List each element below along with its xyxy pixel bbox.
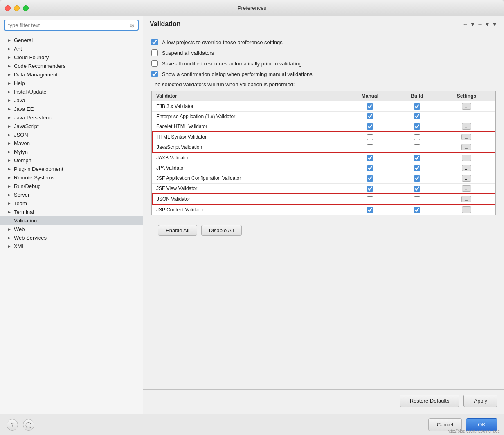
menu-button[interactable]: ▼: [492, 21, 497, 27]
suspend-validators-checkbox[interactable]: [151, 49, 158, 56]
build-checkbox[interactable]: [414, 165, 420, 171]
table-row-html-syntax: HTML Syntax Validator ...: [152, 132, 495, 142]
manual-checkbox[interactable]: [367, 155, 373, 161]
settings-button[interactable]: ...: [462, 206, 471, 213]
build-cell: [396, 152, 438, 163]
sidebar-item-label: Help: [14, 80, 25, 86]
sidebar-item-label: General: [14, 37, 33, 43]
settings-button[interactable]: ...: [462, 185, 471, 192]
manual-checkbox[interactable]: [367, 175, 373, 182]
sidebar-item-install-update[interactable]: ► Install/Update: [0, 87, 143, 96]
validator-name: JPA Validator: [152, 163, 344, 173]
close-button[interactable]: [5, 5, 11, 11]
build-checkbox[interactable]: [414, 103, 420, 110]
sidebar-item-data-management[interactable]: ► Data Management: [0, 70, 143, 79]
sidebar-item-team[interactable]: ► Team: [0, 199, 143, 208]
manual-checkbox[interactable]: [367, 113, 373, 119]
build-checkbox[interactable]: [414, 196, 420, 202]
settings-button[interactable]: ...: [462, 103, 471, 110]
show-confirmation-label: Show a confirmation dialog when performi…: [162, 71, 313, 77]
manual-checkbox[interactable]: [367, 196, 373, 202]
sidebar-item-javascript[interactable]: ► JavaScript: [0, 122, 143, 130]
build-checkbox[interactable]: [414, 144, 420, 150]
sidebar-item-help[interactable]: ► Help: [0, 79, 143, 87]
manual-cell: [344, 173, 396, 184]
table-row: JAXB Validator ...: [152, 152, 495, 163]
validator-name: JAXB Validator: [152, 152, 344, 163]
sidebar-item-ant[interactable]: ► Ant: [0, 45, 143, 53]
forward-button[interactable]: → ▼: [477, 21, 490, 27]
arrow-icon: ►: [7, 209, 12, 215]
arrow-icon: ►: [7, 201, 12, 206]
manual-cell: [344, 204, 396, 215]
info-button[interactable]: ◯: [23, 419, 34, 431]
sidebar-item-label: Java Persistence: [14, 114, 54, 121]
apply-button[interactable]: Apply: [464, 395, 497, 407]
show-confirmation-checkbox[interactable]: [151, 71, 158, 77]
sidebar-item-web[interactable]: ► Web: [0, 225, 143, 233]
tree-nav: ► General ► Ant ► Cloud Foundry ► Code R…: [0, 34, 143, 414]
build-checkbox[interactable]: [414, 155, 420, 161]
help-button[interactable]: ?: [7, 419, 18, 431]
save-resources-checkbox[interactable]: [151, 60, 158, 67]
sidebar-item-code-recommenders[interactable]: ► Code Recommenders: [0, 62, 143, 70]
sidebar-item-java-ee[interactable]: ► Java EE: [0, 105, 143, 113]
manual-cell: [344, 112, 396, 121]
manual-cell: [344, 184, 396, 194]
settings-button[interactable]: ...: [461, 196, 471, 202]
sidebar-item-terminal[interactable]: ► Terminal: [0, 208, 143, 216]
build-checkbox[interactable]: [414, 207, 420, 213]
sidebar-item-mylyn[interactable]: ► Mylyn: [0, 148, 143, 156]
build-checkbox[interactable]: [414, 175, 420, 182]
maximize-button[interactable]: [23, 5, 29, 11]
sidebar-item-java[interactable]: ► Java: [0, 96, 143, 105]
settings-cell: ...: [438, 132, 495, 142]
build-checkbox[interactable]: [414, 134, 420, 140]
arrow-icon: ►: [7, 192, 12, 198]
manual-checkbox[interactable]: [367, 144, 373, 150]
settings-cell: ...: [438, 204, 495, 215]
search-input[interactable]: [8, 22, 130, 28]
settings-button[interactable]: ...: [462, 165, 471, 171]
sidebar-item-web-services[interactable]: ► Web Services: [0, 233, 143, 242]
restore-defaults-button[interactable]: Restore Defaults: [400, 395, 460, 407]
manual-checkbox[interactable]: [367, 123, 373, 130]
sidebar-item-maven[interactable]: ► Maven: [0, 139, 143, 148]
sidebar-item-xml[interactable]: ► XML: [0, 242, 143, 251]
sidebar-item-json[interactable]: ► JSON: [0, 130, 143, 139]
sidebar-item-oomph[interactable]: ► Oomph: [0, 156, 143, 165]
sidebar-item-cloud-foundry[interactable]: ► Cloud Foundry: [0, 53, 143, 62]
manual-checkbox[interactable]: [367, 134, 373, 140]
sidebar-item-validation[interactable]: ► Validation: [0, 216, 143, 225]
sidebar-item-server[interactable]: ► Server: [0, 191, 143, 199]
sidebar-item-run-debug[interactable]: ► Run/Debug: [0, 182, 143, 191]
sidebar-item-remote-systems[interactable]: ► Remote Systems: [0, 173, 143, 182]
validator-name: JSP Content Validator: [152, 204, 344, 215]
search-clear-icon[interactable]: ⊗: [130, 22, 135, 28]
table-row: JPA Validator ...: [152, 163, 495, 173]
manual-checkbox[interactable]: [367, 207, 373, 213]
minimize-button[interactable]: [14, 5, 20, 11]
allow-override-checkbox[interactable]: [151, 39, 158, 45]
manual-checkbox[interactable]: [367, 165, 373, 171]
settings-button[interactable]: ...: [462, 155, 471, 161]
settings-button[interactable]: ...: [461, 144, 471, 150]
build-checkbox[interactable]: [414, 123, 420, 130]
enable-all-button[interactable]: Enable All: [158, 225, 197, 236]
manual-checkbox[interactable]: [367, 186, 373, 192]
disable-all-button[interactable]: Disable All: [201, 225, 242, 236]
sidebar-item-general[interactable]: ► General: [0, 36, 143, 45]
build-checkbox[interactable]: [414, 113, 420, 119]
table-row: JSF View Validator ...: [152, 184, 495, 194]
col-settings: Settings: [438, 91, 495, 101]
settings-button[interactable]: ...: [462, 123, 471, 130]
sidebar-item-java-persistence[interactable]: ► Java Persistence: [0, 113, 143, 122]
settings-button[interactable]: ...: [461, 134, 471, 140]
sidebar-item-label: JavaScript: [14, 123, 39, 129]
sidebar-item-plugin-development[interactable]: ► Plug-in Development: [0, 165, 143, 173]
settings-button[interactable]: ...: [462, 175, 471, 182]
build-checkbox[interactable]: [414, 186, 420, 192]
arrow-icon: ►: [7, 81, 12, 86]
manual-checkbox[interactable]: [367, 103, 373, 110]
back-button[interactable]: ← ▼: [463, 21, 476, 27]
